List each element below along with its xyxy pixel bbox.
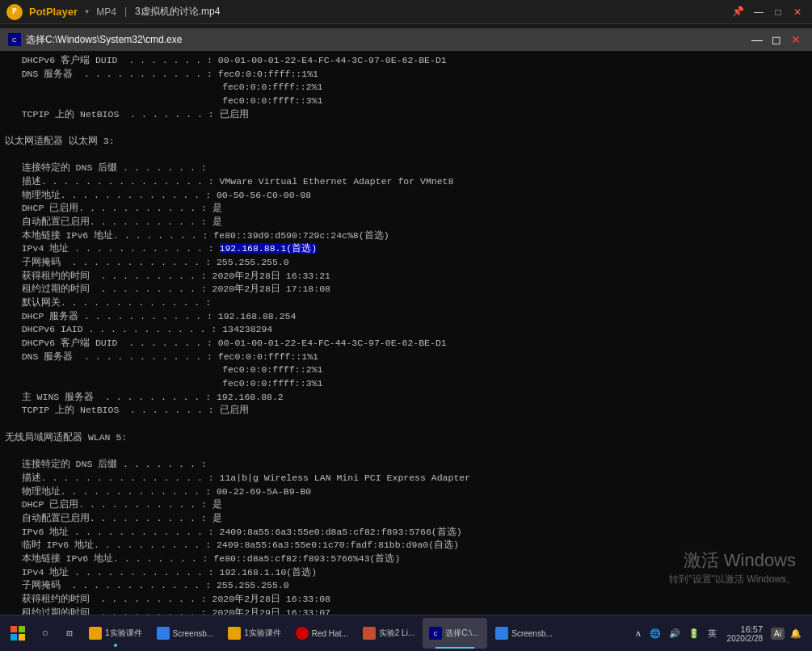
taskbar-icon-screenshot2 <box>495 627 508 640</box>
titlebar-filename: 3虚拟机的讨论.mp4 <box>135 5 220 19</box>
titlebar-left: P PotPlayer ▾ MP4 | 3虚拟机的讨论.mp4 <box>6 4 732 20</box>
tray-lang[interactable]: 英 <box>705 628 719 640</box>
cmd-title-left: C 选择C:\Windows\System32\cmd.exe <box>8 33 182 47</box>
potplayer-logo: P <box>6 4 23 20</box>
search-icon: ○ <box>42 627 48 640</box>
tray-volume[interactable]: 🔊 <box>667 628 683 639</box>
taskbar: ○ ⊡ 1实验课件 Screensb... 1实验课件 Red Hat... 实… <box>0 615 812 651</box>
taskbar-icon-redhat <box>296 627 309 640</box>
watermark-subtitle: 转到"设置"以激活 Windows。 <box>669 573 796 586</box>
cmd-restore[interactable]: ◻ <box>768 32 785 48</box>
notification-icon[interactable]: 🔔 <box>788 628 804 639</box>
taskview-icon: ⊡ <box>66 628 72 640</box>
svg-rect-0 <box>11 626 17 632</box>
taskbar-icon-ppt <box>363 627 376 640</box>
pin-icon[interactable]: 📌 <box>732 6 744 18</box>
tray-network[interactable]: 🌐 <box>647 628 663 639</box>
taskbar-item-3[interactable]: 1实验课件 <box>221 618 288 649</box>
restore-button[interactable]: □ <box>770 4 786 20</box>
taskbar-label-1: 1实验课件 <box>105 628 142 639</box>
potplayer-name: PotPlayer <box>29 6 78 18</box>
taskbar-label-6: 选择C:\... <box>445 628 478 639</box>
cmd-minimize[interactable]: — <box>749 32 765 48</box>
taskbar-label-7: Screensb... <box>511 629 553 638</box>
cmd-close[interactable]: ✕ <box>788 32 804 48</box>
cmd-window: C 选择C:\Windows\System32\cmd.exe — ◻ ✕ DH… <box>0 28 812 615</box>
windows-logo-icon <box>11 626 25 640</box>
cmd-controls: — ◻ ✕ <box>749 32 804 48</box>
windows-watermark: 激活 Windows 转到"设置"以激活 Windows。 <box>669 548 796 586</box>
minimize-button[interactable]: — <box>751 4 767 20</box>
tray-battery[interactable]: 🔋 <box>686 628 702 639</box>
potplayer-titlebar: P PotPlayer ▾ MP4 | 3虚拟机的讨论.mp4 📌 — □ ✕ <box>0 0 812 24</box>
cmd-icon: C <box>8 33 21 46</box>
system-tray: ∧ 🌐 🔊 🔋 英 16:57 2020/2/28 Ai 🔔 <box>633 624 809 643</box>
start-button[interactable] <box>3 619 32 648</box>
search-button[interactable]: ○ <box>34 622 57 645</box>
tray-ai[interactable]: Ai <box>771 628 785 640</box>
taskview-button[interactable]: ⊡ <box>58 622 81 645</box>
watermark-title: 激活 Windows <box>669 548 796 573</box>
titlebar-controls: — □ ✕ <box>751 4 806 20</box>
cmd-titlebar: C 选择C:\Windows\System32\cmd.exe — ◻ ✕ <box>0 28 812 51</box>
taskbar-active-dot-1 <box>114 644 117 647</box>
clock-time: 16:57 <box>727 624 764 634</box>
close-button[interactable]: ✕ <box>789 4 806 20</box>
cmd-content[interactable]: DHCPv6 客户端 DUID . . . . . . . : 00-01-00… <box>0 51 812 615</box>
cmd-title-text: 选择C:\Windows\System32\cmd.exe <box>26 33 182 47</box>
titlebar-separator: ▾ <box>84 6 90 18</box>
taskbar-label-5: 实验2 Li... <box>379 628 414 639</box>
taskbar-item-7[interactable]: Screensb... <box>489 618 559 649</box>
taskbar-items: 1实验课件 Screensb... 1实验课件 Red Hat... 实验2 L… <box>82 615 631 651</box>
taskbar-item-5[interactable]: 实验2 Li... <box>356 618 421 649</box>
titlebar-separator2: | <box>123 6 128 18</box>
taskbar-item-2[interactable]: Screensb... <box>150 618 221 649</box>
svg-rect-2 <box>11 634 17 640</box>
taskbar-clock[interactable]: 16:57 2020/2/28 <box>722 624 768 643</box>
titlebar-menu-mp4[interactable]: MP4 <box>96 6 116 18</box>
taskbar-item-6[interactable]: C 选择C:\... <box>423 618 487 649</box>
taskbar-label-3: 1实验课件 <box>244 628 281 639</box>
cmd-text: DHCPv6 客户端 DUID . . . . . . . : 00-01-00… <box>5 54 807 615</box>
taskbar-icon-book2 <box>228 627 241 640</box>
taskbar-icon-book1 <box>89 627 102 640</box>
taskbar-item-4[interactable]: Red Hat... <box>289 618 355 649</box>
clock-date: 2020/2/28 <box>727 634 764 643</box>
taskbar-icon-screenshot1 <box>157 627 170 640</box>
tray-expand[interactable]: ∧ <box>633 628 644 639</box>
taskbar-item-1[interactable]: 1实验课件 <box>82 618 149 649</box>
svg-rect-1 <box>19 626 25 632</box>
svg-rect-3 <box>19 634 25 640</box>
taskbar-label-4: Red Hat... <box>312 629 348 638</box>
taskbar-label-2: Screensb... <box>173 629 214 638</box>
taskbar-icon-cmd: C <box>429 627 442 640</box>
